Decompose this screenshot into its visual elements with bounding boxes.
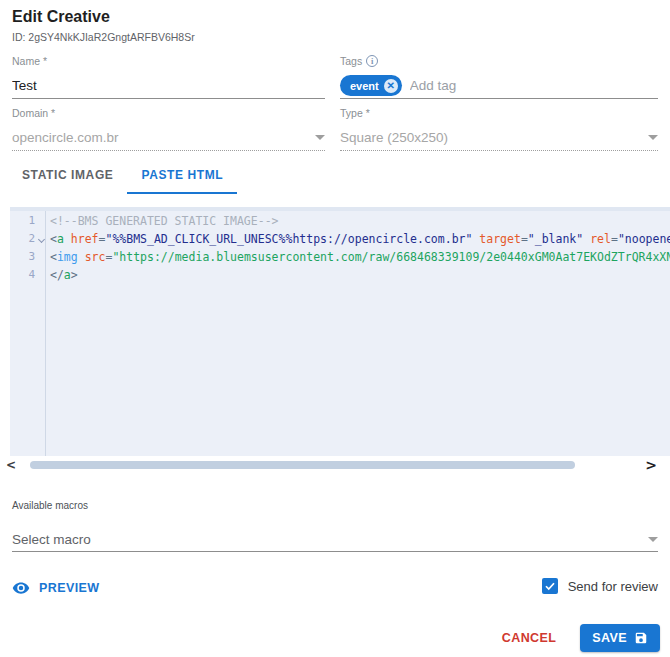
scrollbar-thumb[interactable] (30, 461, 575, 469)
line-number: 1 (10, 212, 45, 230)
code-line[interactable]: <img src="https://media.bluemsuserconten… (46, 248, 670, 266)
domain-label: Domain * (12, 107, 325, 119)
save-button[interactable]: SAVE (580, 624, 660, 652)
creative-source-tabs: STATIC IMAGE PASTE HTML (8, 160, 237, 194)
chevron-down-icon (315, 135, 325, 140)
domain-select[interactable]: opencircle.com.br (12, 125, 325, 151)
creative-id: ID: 2gSY4NkKJIaR2GngtARFBV6H8Sr (12, 31, 195, 43)
code-line[interactable]: <!--BMS GENERATED STATIC IMAGE--> (46, 212, 670, 230)
cancel-button[interactable]: CANCEL (494, 625, 564, 651)
code-line[interactable]: <a href="%%BMS_AD_CLICK_URL_UNESC%%https… (46, 230, 670, 248)
domain-value: opencircle.com.br (12, 130, 119, 145)
send-for-review-control[interactable]: Send for review (542, 578, 658, 594)
editor-hscrollbar: < > (0, 457, 670, 473)
type-select[interactable]: Square (250x250) (340, 125, 658, 151)
send-for-review-label: Send for review (568, 579, 658, 594)
preview-label: PREVIEW (39, 581, 99, 595)
tag-chip[interactable]: event ✕ (340, 75, 402, 96)
domain-field-group: Domain * opencircle.com.br (12, 107, 325, 151)
tag-chip-label: event (350, 80, 379, 92)
type-field-group: Type * Square (250x250) (340, 107, 658, 151)
html-code-editor: 1234 <!--BMS GENERATED STATIC IMAGE--><a… (10, 207, 670, 456)
name-field-group: Name * (12, 55, 325, 99)
line-number: 2 (10, 230, 45, 248)
send-for-review-checkbox[interactable] (542, 578, 558, 594)
eye-icon (12, 579, 30, 597)
check-icon (544, 580, 556, 592)
save-disk-icon (634, 631, 648, 645)
tab-paste-html[interactable]: PASTE HTML (127, 160, 237, 194)
code-lines[interactable]: <!--BMS GENERATED STATIC IMAGE--><a href… (46, 207, 670, 456)
preview-button[interactable]: PREVIEW (12, 579, 99, 597)
select-macro-dropdown[interactable]: Select macro (12, 527, 658, 552)
fold-chevron-icon[interactable] (38, 236, 45, 243)
page-title: Edit Creative (12, 8, 110, 26)
footer-actions: CANCEL SAVE (494, 624, 660, 652)
name-label: Name * (12, 55, 325, 67)
scroll-right-icon[interactable]: > (640, 457, 662, 473)
line-number: 3 (10, 248, 45, 266)
save-label: SAVE (592, 631, 627, 645)
available-macros-label: Available macros (12, 500, 88, 511)
select-macro-value: Select macro (12, 532, 91, 547)
tags-label: Tags (340, 55, 362, 67)
info-icon[interactable]: i (366, 55, 378, 67)
tab-static-image[interactable]: STATIC IMAGE (8, 160, 127, 194)
type-value: Square (250x250) (340, 130, 448, 145)
scroll-left-icon[interactable]: < (0, 458, 22, 472)
name-input[interactable] (12, 78, 325, 93)
tags-field-group: Tags i event ✕ (340, 55, 658, 99)
chevron-down-icon (648, 135, 658, 140)
edit-creative-dialog: Edit Creative ID: 2gSY4NkKJIaR2GngtARFBV… (0, 0, 670, 657)
chevron-down-icon (648, 537, 658, 542)
code-line[interactable]: </a> (46, 266, 670, 284)
remove-tag-icon[interactable]: ✕ (384, 79, 398, 93)
add-tag-input[interactable] (410, 78, 658, 93)
line-number: 4 (10, 266, 45, 284)
type-label: Type * (340, 107, 658, 119)
gutter: 1234 (10, 207, 46, 456)
